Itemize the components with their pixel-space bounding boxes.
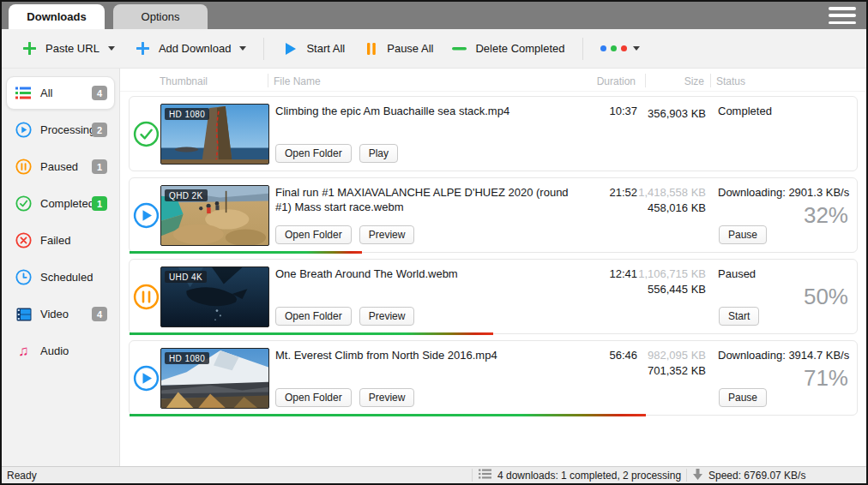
video-thumbnail: HD 1080 — [160, 104, 269, 165]
downloading-play-icon — [133, 365, 160, 392]
open-folder-button[interactable]: Open Folder — [275, 307, 352, 326]
sidebar-item-label: Audio — [40, 344, 69, 357]
video-film-icon — [15, 308, 33, 321]
size-column: 1,106,715 KB 556,445 KB — [637, 267, 706, 296]
column-header-thumbnail[interactable]: Thumbnail — [160, 75, 208, 87]
quality-badge: HD 1080 — [165, 108, 209, 120]
toolbar: Paste URL Add Download Start All Pause A… — [2, 29, 866, 69]
header-divider — [268, 74, 268, 87]
sidebar-item-label: Failed — [40, 234, 70, 247]
tab-downloads[interactable]: Downloads — [9, 4, 105, 29]
sidebar-item-processing[interactable]: Processing 2 — [6, 113, 115, 147]
play-circle-icon — [15, 122, 33, 138]
preview-button[interactable]: Preview — [359, 388, 415, 407]
start-button[interactable]: Start — [719, 307, 759, 326]
sidebar-item-label: Completed — [40, 197, 94, 210]
open-folder-button[interactable]: Open Folder — [275, 144, 352, 163]
statusbar-divider — [686, 469, 687, 482]
play-button[interactable]: Play — [359, 144, 398, 163]
column-header-filename[interactable]: File Name — [274, 75, 321, 87]
list-icon — [479, 469, 491, 482]
pause-button[interactable]: Pause — [719, 225, 767, 244]
downloads-summary-text: 4 downloads: 1 completed, 2 processing — [497, 470, 681, 482]
size-downloaded: 701,352 KB — [637, 364, 706, 377]
status-text: Paused — [718, 267, 756, 280]
video-thumbnail: QHD 2K — [160, 185, 269, 246]
column-header-size[interactable]: Size — [642, 75, 704, 87]
minus-icon — [450, 46, 468, 51]
download-row-2[interactable]: QHD 2K Final run #1 MAXIAVALANCHE ALPE D… — [129, 177, 858, 253]
plus-icon — [134, 42, 152, 55]
duration-value: 12:41 — [576, 267, 637, 280]
blue-dot-icon — [600, 45, 606, 51]
percent-value: 71% — [804, 365, 848, 392]
paste-url-button[interactable]: Paste URL — [14, 37, 122, 60]
quality-badge: QHD 2K — [165, 189, 208, 201]
audio-note-icon: ♫ — [15, 344, 33, 358]
sidebar-item-audio[interactable]: ♫ Audio — [6, 334, 115, 368]
sidebar-item-video[interactable]: Video 4 — [6, 297, 115, 331]
tab-options-label: Options — [142, 10, 180, 23]
start-all-button[interactable]: Start All — [274, 37, 352, 61]
sidebar-item-label: Video — [40, 308, 69, 320]
sidebar-item-paused[interactable]: Paused 1 — [6, 150, 115, 183]
tab-options[interactable]: Options — [113, 4, 208, 29]
downloading-play-icon — [133, 202, 160, 229]
file-name: Climbing the epic Am Buachaille sea stac… — [275, 105, 582, 119]
pause-all-button[interactable]: Pause All — [355, 37, 440, 61]
tab-bar: Downloads Options — [2, 2, 866, 29]
play-icon — [281, 42, 299, 56]
size-total: 982,095 KB — [637, 349, 706, 362]
pause-icon — [362, 42, 380, 56]
sidebar-item-label: Scheduled — [40, 271, 93, 284]
size-total: 1,418,558 KB — [637, 186, 706, 199]
open-folder-button[interactable]: Open Folder — [275, 225, 352, 244]
statusbar-divider — [472, 469, 473, 482]
green-dot-icon — [611, 45, 617, 51]
column-header-duration[interactable]: Duration — [574, 75, 636, 87]
duration-value: 10:37 — [576, 105, 637, 117]
download-arrow-icon — [693, 469, 702, 482]
download-row-3[interactable]: UHD 4K One Breath Around The World.webm … — [129, 259, 858, 334]
open-folder-button[interactable]: Open Folder — [275, 388, 352, 407]
preview-button[interactable]: Preview — [359, 225, 415, 244]
duration-value: 56:46 — [576, 349, 637, 362]
content-area: All 4 Processing 2 Paused 1 — [2, 69, 866, 466]
status-text: Completed — [718, 105, 772, 117]
size-downloaded: 458,016 KB — [637, 201, 706, 214]
completed-check-icon — [133, 121, 160, 147]
pause-button[interactable]: Pause — [719, 388, 767, 407]
progress-bar — [130, 414, 646, 416]
x-circle-icon — [15, 232, 33, 248]
progress-bar — [130, 332, 493, 335]
more-actions-button[interactable] — [594, 40, 647, 57]
download-row-1[interactable]: HD 1080 Climbing the epic Am Buachaille … — [129, 96, 858, 171]
count-badge: 4 — [92, 307, 107, 321]
delete-completed-button[interactable]: Delete Completed — [443, 37, 571, 60]
add-download-button[interactable]: Add Download — [127, 37, 254, 60]
count-badge: 1 — [92, 196, 107, 211]
sidebar-item-all[interactable]: All 4 — [6, 76, 115, 110]
header-divider — [645, 74, 646, 87]
delete-completed-label: Delete Completed — [475, 42, 564, 55]
status-bar: Ready 4 downloads: 1 completed, 2 proces… — [2, 466, 866, 483]
sidebar-item-label: All — [40, 87, 52, 99]
video-thumbnail: HD 1080 — [160, 348, 269, 409]
hamburger-menu-icon[interactable] — [829, 7, 856, 24]
pause-circle-icon — [15, 159, 33, 175]
toolbar-separator — [582, 38, 583, 60]
sidebar-item-completed[interactable]: Completed 1 — [6, 187, 115, 220]
tab-downloads-label: Downloads — [27, 10, 86, 23]
chevron-down-icon — [633, 46, 640, 51]
sidebar-item-failed[interactable]: Failed — [6, 224, 115, 257]
download-row-4[interactable]: HD 1080 Mt. Everest Climb from North Sid… — [129, 340, 858, 416]
red-dot-icon — [621, 45, 627, 51]
preview-button[interactable]: Preview — [359, 307, 415, 326]
column-header-status[interactable]: Status — [716, 75, 745, 87]
start-all-label: Start All — [306, 42, 345, 55]
quality-badge: UHD 4K — [165, 271, 207, 283]
status-text: Downloading: 2901.3 KB/s — [718, 186, 849, 199]
sidebar-item-scheduled[interactable]: Scheduled — [6, 260, 115, 294]
status-ready-text: Ready — [2, 470, 37, 482]
video-thumbnail: UHD 4K — [160, 266, 269, 327]
